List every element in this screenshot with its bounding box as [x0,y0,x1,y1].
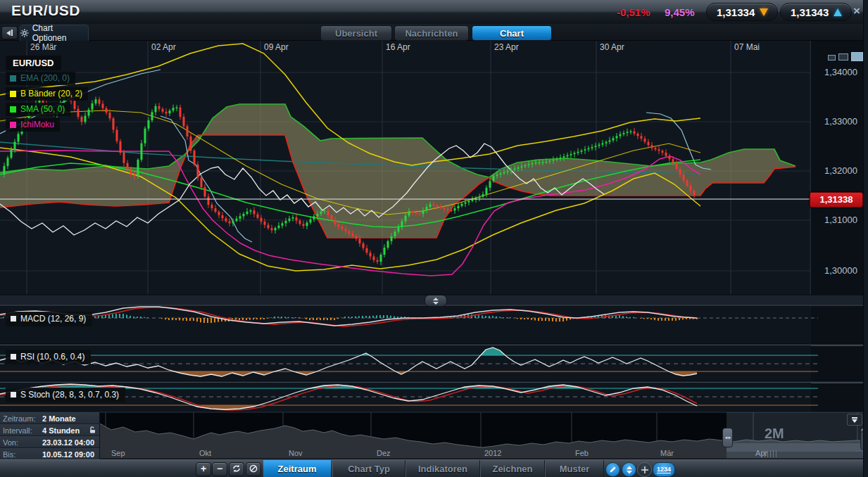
toolbar-tab-chart-typ[interactable]: Chart Typ [332,460,405,477]
stoch-label-chip[interactable]: S Stoch (28, 8, 3, 0.7, 0.3) [6,388,125,402]
draw-pencil-button[interactable] [605,462,620,477]
title-bar: EUR/USD -0,51% 9,45% 1,31334 1,31343 × [0,0,868,25]
indicator-swatch-icon [11,354,16,360]
bid-button[interactable]: 1,31334 [706,3,778,21]
bar-icon [852,417,857,419]
price-axis: 1,340001,330001,320001,310001,30000 [811,40,863,413]
setting-row-zeitraum[interactable]: Zeitraum: 2 Monate [0,412,99,424]
pane-splitter-handle[interactable] [424,295,447,307]
month-label: Sep [111,449,125,457]
sort-arrows-button[interactable] [622,462,636,477]
range-percent: 9,45% [665,6,695,18]
gear-icon [20,29,29,37]
setting-label: Zeitraum: [3,414,42,423]
navigator-tick-marks [762,450,777,457]
date-label: 07 Mai [734,42,760,52]
down-arrow-icon [433,302,439,305]
right-edge-strip [863,0,868,477]
legend-item-bbands[interactable]: B Bänder (20, 2) [6,87,88,101]
down-arrow-icon [852,419,857,423]
rsi-label-chip[interactable]: RSI (10, 0.6, 0.4) [6,350,91,364]
month-label: Okt [199,449,211,457]
trading-chart-window: EUR/USD -0,51% 9,45% 1,31334 1,31343 × [0,0,868,477]
pencil-icon [609,466,617,473]
left-arrow-icon [6,30,11,36]
legend-item-label: IchiMoku [20,120,54,129]
date-label: 02 Apr [151,42,176,52]
legend-item-ichimoku[interactable]: IchiMoku [6,118,60,132]
refresh-button[interactable] [229,462,244,476]
navigator-range-label: 2M [765,426,784,442]
date-label: 16 Apr [386,42,410,52]
crosshair-button[interactable] [637,462,652,477]
ichimoku-swatch-icon [10,122,16,128]
setting-label: Von: [3,438,42,447]
date-axis: 26 Mär02 Apr09 Apr16 Apr23 Apr30 Apr07 M… [0,42,868,53]
ask-button[interactable]: 1,31343 [780,3,852,21]
crosshair-icon [641,466,649,474]
stoch-label: S Stoch (28, 8, 3, 0.7, 0.3) [20,390,119,400]
refresh-icon [232,464,241,473]
symbol-title: EUR/USD [11,2,80,19]
legend-item-ema[interactable]: EMA (200, 0) [6,72,75,85]
ema-swatch-icon [10,75,16,82]
navigator-collapse-button[interactable] [847,414,862,426]
zoom-out-button[interactable]: − [212,462,227,476]
setting-value: 2 Monate [42,414,76,423]
month-label: 2012 [484,449,501,457]
bottom-toolbar: + − Zeitraum Chart Typ Indikatoren Zeich… [0,459,868,477]
navigator-left-handle[interactable]: ◄► [722,428,733,447]
date-label: 30 Apr [600,42,624,52]
zoom-in-button[interactable]: + [196,462,211,476]
setting-row-von[interactable]: Von: 23.03.12 04:00 [0,436,99,448]
toolbar-tab-indikatoren[interactable]: Indikatoren [405,460,480,477]
toolbar-tab-muster[interactable]: Muster [545,460,604,477]
chart-options-label: Chart Optionen [32,23,88,43]
bar-icon [11,30,13,36]
toolbar-tab-zeichnen[interactable]: Zeichnen [480,460,545,477]
indicator-swatch-icon [11,316,16,322]
macd-label: MACD (12, 26, 9) [20,314,86,324]
setting-value: 4 Stunden [42,426,80,435]
change-percent: -0,51% [617,6,650,18]
legend-item-label: SMA (50, 0) [20,104,65,114]
month-label: Feb [575,449,589,457]
values-display-button[interactable]: 1234 [653,462,675,477]
close-icon[interactable]: × [850,5,863,18]
setting-value: 23.03.12 04:00 [42,438,94,447]
collapse-panel-button[interactable] [1,26,18,39]
chart-canvas[interactable] [0,0,868,477]
up-arrow-icon [433,298,439,300]
legend-item-sma[interactable]: SMA (50, 0) [6,103,70,116]
sma-swatch-icon [10,106,16,113]
tab-uebersicht[interactable]: Übersicht [320,25,392,41]
current-price-badge: 1,31338 [810,192,863,208]
ask-up-arrow-icon [834,8,842,16]
indicator-swatch-icon [11,392,16,398]
toolbar-tab-zeitraum[interactable]: Zeitraum [263,460,331,477]
date-label: 23 Apr [494,42,519,52]
chart-options-tab[interactable]: Chart Optionen [20,25,89,41]
price-label: 1,33000 [824,116,857,127]
tab-bar: Chart Optionen Übersicht Nachrichten Cha… [0,24,868,41]
lock-icon[interactable] [89,426,96,434]
values-badge-label: 1234 [657,466,671,473]
bbands-swatch-icon [10,91,16,97]
price-label: 1,30000 [824,265,857,276]
legend-symbol[interactable]: EUR/USD [6,56,61,70]
tab-nachrichten[interactable]: Nachrichten [394,25,469,41]
setting-row-intervall[interactable]: Intervall: 4 Stunden [0,424,99,436]
month-label: Dez [377,449,391,457]
up-down-arrows-icon [626,466,633,474]
tab-chart[interactable]: Chart [472,25,552,41]
setting-label: Intervall: [3,426,42,435]
macd-label-chip[interactable]: MACD (12, 26, 9) [6,312,92,326]
month-label: Mär [660,449,674,457]
date-label: 26 Mär [30,42,56,52]
date-label: 09 Apr [264,42,289,52]
rsi-label: RSI (10, 0.6, 0.4) [20,352,84,362]
no-entry-icon [249,464,258,473]
bid-price: 1,31334 [717,6,755,18]
cancel-zoom-button[interactable] [246,462,261,476]
navigator-month-axis: SepOktNovDez2012FebMärAprMai [0,449,868,459]
